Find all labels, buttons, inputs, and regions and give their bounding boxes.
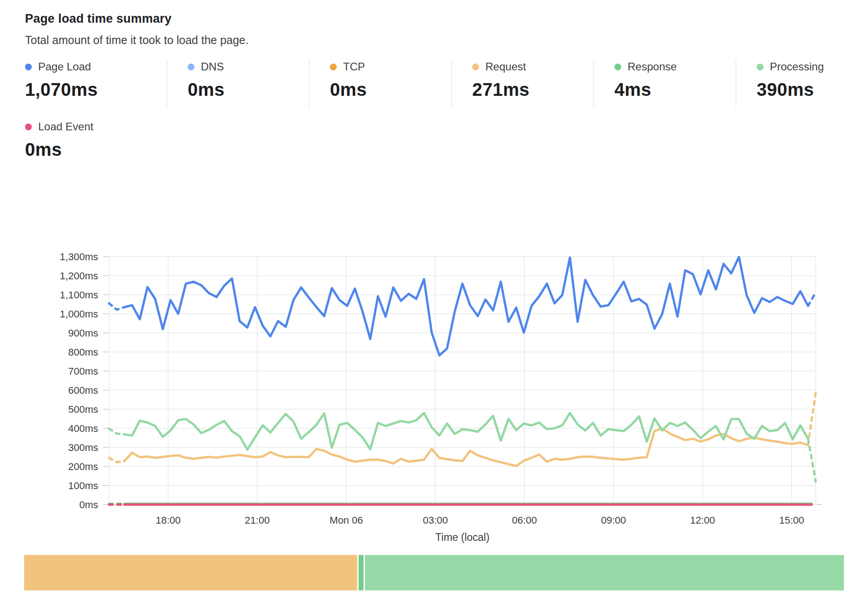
y-axis-label: 400ms [68,423,98,434]
series-line-processing [109,429,125,435]
series-line-page-load [125,257,808,356]
page-load-time-chart[interactable]: 0ms100ms200ms300ms400ms500ms600ms700ms80… [0,0,868,550]
x-axis-label: 06:00 [512,515,537,526]
y-axis-label: 200ms [68,461,98,472]
load-time-composition-bar [24,555,844,590]
x-axis-title: Time (local) [435,531,489,543]
series-line-processing [808,439,816,482]
bar-segment-request [24,555,357,590]
x-axis-label: 09:00 [601,515,626,526]
x-axis-label: 21:00 [244,515,269,526]
x-axis-label: 12:00 [690,515,715,526]
x-axis-label: 18:00 [155,515,180,526]
x-axis-label: Mon 06 [329,515,363,526]
series-line-request [109,458,125,462]
y-axis-label: 800ms [68,347,98,358]
series-line-page-load [109,303,125,310]
y-axis-label: 1,100ms [60,289,98,301]
y-axis-label: 300ms [68,442,98,453]
bar-segment-processing [365,555,844,590]
series-line-processing [125,413,808,450]
y-axis-label: 500ms [68,404,98,415]
y-axis-label: 700ms [68,366,98,377]
y-axis-label: 1,300ms [60,251,98,262]
y-axis-label: 100ms [68,480,98,491]
y-axis-label: 0ms [79,499,98,510]
x-axis-label: 15:00 [779,515,804,526]
y-axis-label: 900ms [68,327,98,339]
y-axis-label: 1,200ms [60,270,98,282]
bar-segment-response [359,555,364,590]
x-axis-label: 03:00 [423,515,448,526]
series-line-request [808,392,816,445]
y-axis-label: 1,000ms [60,308,98,320]
y-axis-label: 600ms [68,385,98,396]
